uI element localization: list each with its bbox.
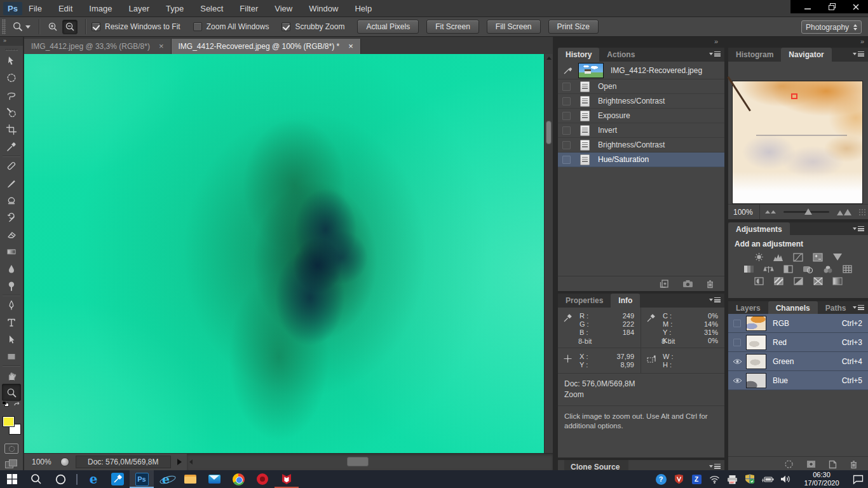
- tab-properties[interactable]: Properties: [558, 294, 611, 308]
- tool-zoom[interactable]: [2, 384, 21, 401]
- zoom-slider-thumb[interactable]: [804, 208, 812, 215]
- taskbar-search-icon[interactable]: [24, 470, 48, 488]
- horizontal-scroll-thumb[interactable]: [347, 457, 369, 466]
- tool-type[interactable]: [2, 313, 21, 330]
- tool-path-selection[interactable]: [2, 330, 21, 348]
- screen-mode-button[interactable]: [5, 459, 18, 470]
- tool-preset-caret-icon[interactable]: [25, 25, 31, 29]
- photo-filter-icon[interactable]: [801, 264, 816, 274]
- foreground-color-swatch[interactable]: [3, 416, 15, 427]
- menu-item-window[interactable]: Window: [309, 4, 338, 13]
- zoom-out-mountains-icon[interactable]: [765, 210, 776, 214]
- channel-row-rgb[interactable]: RGB Ctrl+2: [728, 314, 868, 333]
- history-source-checkbox[interactable]: [562, 126, 571, 135]
- history-state-brightness-contrast-2[interactable]: Brightness/Contrast: [558, 138, 724, 152]
- menu-item-view[interactable]: View: [275, 4, 292, 13]
- internet-explorer-icon[interactable]: e: [154, 470, 178, 488]
- history-state-invert[interactable]: Invert: [558, 123, 724, 138]
- brightness-contrast-icon[interactable]: [751, 252, 766, 262]
- gradient-map-icon[interactable]: [830, 276, 845, 287]
- eyedropper-icon[interactable]: [563, 312, 580, 345]
- volume-icon[interactable]: [778, 470, 793, 488]
- channel-row-red[interactable]: Red Ctrl+3: [728, 333, 868, 352]
- security-shield-icon[interactable]: [671, 470, 686, 488]
- tab-actions[interactable]: Actions: [599, 48, 642, 62]
- black-white-icon[interactable]: [781, 264, 796, 274]
- channel-mixer-icon[interactable]: [820, 264, 836, 274]
- history-state-hue-saturation[interactable]: Hue/Saturation: [558, 152, 724, 167]
- menu-item-help[interactable]: Help: [355, 4, 372, 13]
- zoom-in-toggle-button[interactable]: [45, 20, 60, 34]
- restore-button[interactable]: [820, 0, 844, 13]
- history-source-checkbox[interactable]: [562, 97, 571, 105]
- visibility-toggle[interactable]: [728, 339, 746, 346]
- history-source-checkbox[interactable]: [562, 112, 571, 120]
- history-source-checkbox[interactable]: [562, 141, 571, 149]
- menu-item-layer[interactable]: Layer: [129, 4, 150, 13]
- tab-navigator[interactable]: Navigator: [781, 48, 831, 62]
- panel-menu-icon[interactable]: [709, 297, 721, 302]
- actual-pixels-button[interactable]: Actual Pixels: [357, 20, 419, 34]
- new-document-from-state-icon[interactable]: [660, 280, 670, 288]
- color-balance-icon[interactable]: [761, 264, 776, 274]
- color-lookup-icon[interactable]: [840, 264, 855, 274]
- document-profile-icon[interactable]: [60, 458, 69, 466]
- chrome-icon[interactable]: [226, 470, 250, 488]
- eye-icon[interactable]: [728, 358, 746, 365]
- panel-menu-icon[interactable]: [853, 51, 864, 57]
- workspace-switcher[interactable]: Photography: [801, 20, 862, 34]
- tab-histogram[interactable]: Histogram: [728, 48, 781, 62]
- document-tab-2[interactable]: IMG_4412-Recovered.jpeg @ 100% (RGB/8*) …: [172, 39, 361, 54]
- transform-icon[interactable]: [646, 353, 663, 370]
- new-snapshot-camera-icon[interactable]: [682, 280, 693, 288]
- history-state-open[interactable]: Open: [558, 79, 724, 94]
- panel-menu-icon[interactable]: [853, 226, 864, 231]
- help-tray-icon[interactable]: ?: [653, 470, 668, 488]
- menu-item-type[interactable]: Type: [166, 4, 184, 13]
- delete-trash-icon[interactable]: [850, 460, 858, 469]
- eye-icon[interactable]: [728, 377, 746, 384]
- zoom-out-toggle-button[interactable]: [62, 20, 78, 34]
- history-state-exposure[interactable]: Exposure: [558, 109, 724, 123]
- current-tool-chip[interactable]: [12, 21, 31, 32]
- tool-history-brush[interactable]: [2, 208, 21, 226]
- panel-resize-grip[interactable]: [858, 208, 866, 216]
- tool-dodge[interactable]: [2, 277, 21, 294]
- file-explorer-icon[interactable]: [178, 470, 202, 488]
- tool-hand[interactable]: [2, 367, 21, 384]
- tool-marquee[interactable]: [2, 69, 21, 86]
- wifi-icon[interactable]: [707, 470, 722, 488]
- crosshair-icon[interactable]: [563, 353, 580, 370]
- zoom-all-windows-checkbox[interactable]: [193, 22, 202, 31]
- taskbar-photoshop-icon[interactable]: Ps: [130, 470, 154, 488]
- tab-history[interactable]: History: [558, 48, 599, 62]
- scroll-up-arrow-icon[interactable]: [546, 57, 552, 60]
- tab-layers[interactable]: Layers: [728, 301, 768, 314]
- tool-quick-selection[interactable]: [2, 104, 21, 121]
- zonealarm-icon[interactable]: Z: [689, 470, 704, 488]
- navigator-zoom-slider[interactable]: [783, 211, 829, 213]
- eyedropper-plus-icon[interactable]: [646, 312, 663, 345]
- history-snapshot-row[interactable]: IMG_4412-Recovered.jpeg: [558, 62, 724, 79]
- posterize-icon[interactable]: [771, 276, 786, 287]
- close-tab-icon[interactable]: ×: [348, 43, 353, 50]
- history-brush-source-icon[interactable]: [558, 66, 578, 75]
- channel-row-blue[interactable]: Blue Ctrl+5: [728, 371, 868, 390]
- vibrance-icon[interactable]: [830, 252, 845, 262]
- delete-trash-icon[interactable]: [706, 280, 714, 288]
- panel-menu-icon[interactable]: [709, 464, 721, 469]
- status-flyout-arrow-icon[interactable]: [177, 459, 182, 465]
- resize-windows-checkbox-group[interactable]: Resize Windows to Fit: [92, 22, 180, 31]
- scroll-left-arrow-icon[interactable]: [189, 459, 193, 464]
- horizontal-scrollbar[interactable]: [187, 454, 553, 470]
- minimize-button[interactable]: [796, 0, 820, 13]
- invert-icon[interactable]: [751, 276, 766, 287]
- menu-item-image[interactable]: Image: [89, 4, 112, 13]
- tab-adjustments[interactable]: Adjustments: [728, 222, 790, 235]
- tool-spot-healing[interactable]: [2, 157, 21, 174]
- zoom-all-windows-checkbox-group[interactable]: Zoom All Windows: [193, 22, 269, 31]
- tool-eraser[interactable]: [2, 226, 21, 243]
- start-button[interactable]: [0, 470, 24, 488]
- dock-collapse-chevron[interactable]: »: [714, 37, 718, 45]
- action-center-icon[interactable]: [850, 470, 865, 488]
